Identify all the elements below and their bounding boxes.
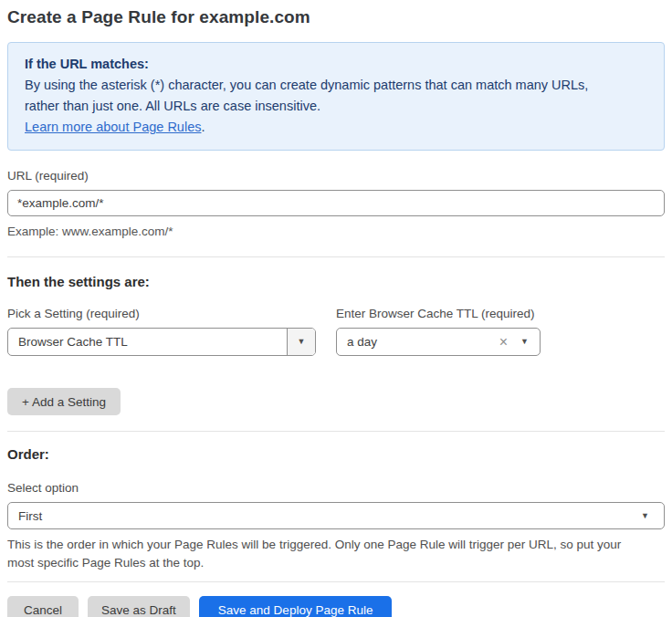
order-select[interactable]: First ▼ (7, 502, 665, 529)
save-as-draft-button[interactable]: Save as Draft (88, 596, 190, 617)
chevron-down-icon: ▼ (520, 338, 529, 346)
setting-select-label: Pick a Setting (required) (7, 307, 316, 321)
url-input[interactable] (7, 190, 665, 216)
callout-body-text: By using the asterisk (*) character, you… (25, 75, 647, 117)
setting-select-value: Browser Cache TTL (8, 335, 287, 349)
callout-heading: If the URL matches: (25, 54, 647, 75)
url-field-label: URL (required) (7, 169, 665, 183)
url-example-helper: Example: www.example.com/* (7, 223, 665, 241)
page-title: Create a Page Rule for example.com (7, 5, 665, 29)
setting-select[interactable]: Browser Cache TTL ▼ (7, 328, 316, 356)
learn-more-link[interactable]: Learn more about Page Rules (25, 120, 201, 134)
order-select-label: Select option (7, 481, 665, 496)
setting-select-column: Pick a Setting (required) Browser Cache … (7, 307, 316, 356)
order-helper-text: This is the order in which your Page Rul… (7, 536, 665, 572)
ttl-select[interactable]: a day × ▼ (336, 328, 541, 356)
save-and-deploy-button[interactable]: Save and Deploy Page Rule (199, 596, 393, 617)
ttl-select-column: Enter Browser Cache TTL (required) a day… (336, 307, 541, 356)
add-setting-button[interactable]: + Add a Setting (7, 388, 121, 415)
create-page-rule-form: Create a Page Rule for example.com If th… (0, 0, 672, 617)
link-suffix: . (201, 120, 205, 134)
clear-icon[interactable]: × (499, 335, 508, 350)
divider-after-url (7, 256, 665, 257)
chevron-down-icon: ▼ (641, 512, 649, 520)
ttl-select-label: Enter Browser Cache TTL (required) (336, 307, 541, 321)
divider-after-settings (7, 431, 665, 432)
order-section-heading: Order: (7, 446, 665, 463)
callout-link-line: Learn more about Page Rules. (25, 117, 647, 138)
setting-select-arrow-button[interactable]: ▼ (287, 329, 315, 355)
settings-row: Pick a Setting (required) Browser Cache … (7, 307, 665, 356)
chevron-down-icon: ▼ (298, 338, 306, 346)
form-actions: Cancel Save as Draft Save and Deploy Pag… (7, 596, 665, 617)
order-select-value: First (8, 509, 641, 523)
settings-section-heading: Then the settings are: (7, 274, 665, 290)
cancel-button[interactable]: Cancel (7, 596, 79, 617)
ttl-select-value: a day (337, 335, 499, 349)
url-matches-info-callout: If the URL matches: By using the asteris… (7, 42, 665, 151)
divider-before-actions (7, 581, 665, 582)
